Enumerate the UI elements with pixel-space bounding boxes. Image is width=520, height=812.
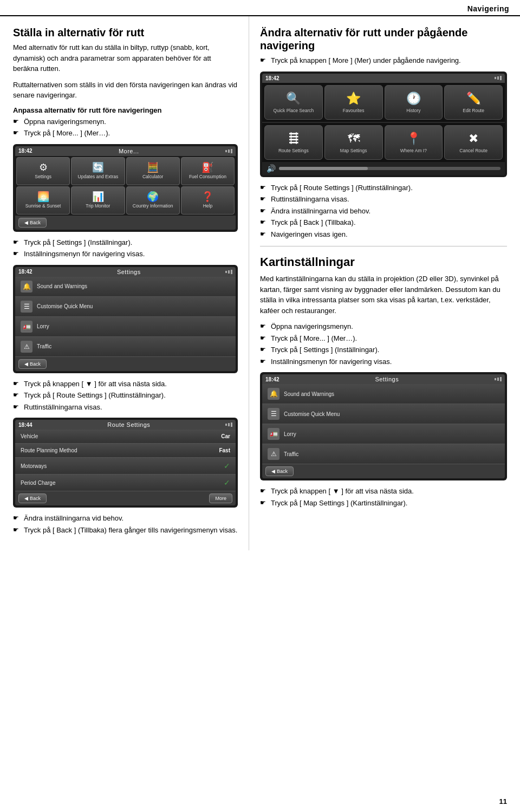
- device4-title: Settings: [375, 376, 399, 382]
- device-mockup-2: 18:42 Settings 🔔 Sound and Warnings ☰: [13, 265, 238, 373]
- settings-traffic-4[interactable]: ⚠ Traffic: [262, 444, 505, 464]
- menu-item-updates[interactable]: 🔄 Updates and Extras: [71, 157, 125, 185]
- right-step3: Ruttinställningarna visas.: [260, 194, 507, 205]
- nav-item-routesettings[interactable]: 🛤 Route Settings: [264, 125, 323, 160]
- editroute-label: Edit Route: [463, 108, 484, 114]
- route-vehicle-item[interactable]: Vehicle Car: [15, 430, 236, 444]
- step2-item: Tryck på [ More... ] (Mer…).: [13, 128, 238, 139]
- right-step2: Tryck på [ Route Settings ] (Ruttinställ…: [260, 183, 507, 193]
- route-periodcharge-item[interactable]: Period Charge ✓: [15, 475, 236, 491]
- device3-title: Route Settings: [107, 421, 150, 428]
- country-icon: 🌍: [147, 192, 159, 202]
- settings-item-lorry[interactable]: 🚛 Lorry: [15, 317, 236, 337]
- menu-label-calculator: Calculator: [142, 174, 163, 179]
- nav-item-quickplace[interactable]: 🔍 Quick Place Search: [264, 85, 323, 120]
- left-column: Ställa in alternativ för rutt Med altern…: [0, 16, 249, 550]
- menu-label-country: Country Information: [133, 203, 173, 209]
- nav-item-cancelroute[interactable]: ✖ Cancel Route: [444, 125, 503, 160]
- history-icon: 🕐: [406, 92, 421, 106]
- right-step10: Inställningsmenyn för navigering visas.: [260, 356, 507, 367]
- right-steps1-list: Tryck på knappen [ More ] (Mer) under på…: [260, 55, 507, 66]
- right-step6: Navigeringen visas igen.: [260, 229, 507, 240]
- device4-back-button[interactable]: ◀ Back: [265, 466, 294, 476]
- device2-bottombar: ◀ Back: [15, 357, 236, 371]
- quickmenu-label-4: Customise Quick Menu: [284, 411, 499, 417]
- left-section-title: Ställa in alternativ för rutt: [13, 26, 238, 39]
- period-check: ✓: [224, 478, 230, 487]
- route-planning-item[interactable]: Route Planning Method Fast: [15, 444, 236, 458]
- menu-item-trip[interactable]: 📊 Trip Monitor: [71, 186, 125, 215]
- settings-lorry-4[interactable]: 🚛 Lorry: [262, 424, 505, 444]
- traffic-icon-4: ⚠: [268, 448, 280, 460]
- device3-more-button[interactable]: More: [209, 493, 232, 503]
- nav-item-history[interactable]: 🕐 History: [385, 85, 443, 120]
- menu-item-help[interactable]: ❓ Help: [181, 186, 235, 215]
- settings-item-quickmenu[interactable]: ☰ Customise Quick Menu: [15, 297, 236, 317]
- device-topbar-4: 18:42 Settings: [262, 374, 505, 384]
- back-label-4: Back: [277, 469, 288, 474]
- back-label-3: Back: [30, 496, 41, 501]
- device3-back-button[interactable]: ◀ Back: [18, 493, 47, 503]
- right-steps4-list: Tryck på knappen [ ▼ ] för att visa näst…: [260, 486, 507, 508]
- steps3-list: Tryck på knappen [ ▼ ] för att visa näst…: [13, 379, 238, 413]
- device2-time: 18:42: [18, 269, 32, 275]
- section2-title: Kartinställningar: [260, 255, 507, 269]
- right-step4: Ändra inställningarna vid behov.: [260, 206, 507, 217]
- volume-area: 🔊: [262, 162, 505, 175]
- quickplace-label: Quick Place Search: [274, 108, 314, 114]
- nav-item-editroute[interactable]: ✏️ Edit Route: [444, 85, 503, 120]
- device4-bottombar: ◀ Back: [262, 464, 505, 478]
- menu-item-settings[interactable]: ⚙ Settings: [16, 157, 70, 185]
- period-label: Period Charge: [21, 480, 219, 486]
- menu-item-fuel[interactable]: ⛽ Fuel Consumption: [181, 157, 235, 185]
- settings-item-sound[interactable]: 🔔 Sound and Warnings: [15, 277, 236, 297]
- right-column: Ändra alternativ för rutt under pågående…: [249, 16, 520, 550]
- whereami-label: Where Am I?: [400, 148, 427, 154]
- sound-label: Sound and Warnings: [37, 283, 230, 289]
- settings-sound-4[interactable]: 🔔 Sound and Warnings: [262, 384, 505, 404]
- whereami-icon: 📍: [406, 132, 421, 146]
- vehicle-value: Car: [221, 433, 230, 439]
- sound-label-4: Sound and Warnings: [284, 391, 499, 397]
- device1-back-button[interactable]: ◀ Back: [18, 218, 47, 228]
- signal-bar-3: [231, 149, 232, 153]
- route-motorways-item[interactable]: Motorways ✓: [15, 458, 236, 475]
- right-steps3-list: Öppna navigeringsmenyn. Tryck på [ More.…: [260, 321, 507, 367]
- traffic-icon: ⚠: [21, 341, 32, 353]
- traffic-label-4: Traffic: [284, 451, 499, 457]
- traffic-label: Traffic: [37, 343, 230, 349]
- volume-slider[interactable]: [279, 167, 500, 170]
- settings-quickmenu-4[interactable]: ☰ Customise Quick Menu: [262, 404, 505, 424]
- nav-item-mapsettings[interactable]: 🗺 Map Settings: [324, 125, 383, 160]
- device2-back-button[interactable]: ◀ Back: [18, 359, 47, 369]
- quickplace-icon: 🔍: [286, 92, 301, 106]
- device-mockup-4: 18:42 Settings 🔔 Sound and Warnings ☰: [260, 372, 507, 480]
- device4-signal: [495, 377, 502, 381]
- menu-grid-1: ⚙ Settings 🔄 Updates and Extras 🧮 Calcul…: [15, 156, 236, 216]
- menu-item-sunrise[interactable]: 🌅 Sunrise & Sunset: [16, 186, 70, 215]
- back-arrow-icon-3: ◀: [24, 496, 28, 501]
- page-header: Navigering: [0, 0, 520, 16]
- nav-item-whereami[interactable]: 📍 Where Am I?: [385, 125, 443, 160]
- nav-menu-inner: 18:42 🔍 Quick Place Search ⭐: [262, 74, 505, 175]
- menu-label-updates: Updates and Extras: [78, 174, 119, 179]
- nav-menu-topbar: 18:42: [262, 74, 505, 83]
- quickmenu-label: Customise Quick Menu: [37, 303, 230, 309]
- right-step11: Tryck på knappen [ ▼ ] för att visa näst…: [260, 486, 507, 497]
- planning-value: Fast: [219, 447, 230, 453]
- device1-title: More...: [119, 148, 139, 154]
- step6-item: Tryck på [ Route Settings ] (Ruttinställ…: [13, 390, 238, 401]
- step5-item: Tryck på knappen [ ▼ ] för att visa näst…: [13, 379, 238, 389]
- settings-item-traffic[interactable]: ⚠ Traffic: [15, 337, 236, 357]
- nav-item-favourites[interactable]: ⭐ Favourites: [324, 85, 383, 120]
- calculator-icon: 🧮: [147, 163, 159, 172]
- nav-menu-mockup: 18:42 🔍 Quick Place Search ⭐: [260, 72, 507, 177]
- device-topbar-2: 18:42 Settings: [15, 267, 236, 277]
- section2-text: Med kartinställningarna kan du ställa in…: [260, 274, 507, 316]
- editroute-icon: ✏️: [466, 92, 481, 106]
- nav-grid-row1: 🔍 Quick Place Search ⭐ Favourites 🕐 Hist…: [262, 83, 505, 122]
- back-arrow-icon-4: ◀: [271, 469, 275, 474]
- history-label: History: [406, 108, 420, 114]
- menu-item-country[interactable]: 🌍 Country Information: [126, 186, 180, 215]
- menu-item-calculator[interactable]: 🧮 Calculator: [126, 157, 180, 185]
